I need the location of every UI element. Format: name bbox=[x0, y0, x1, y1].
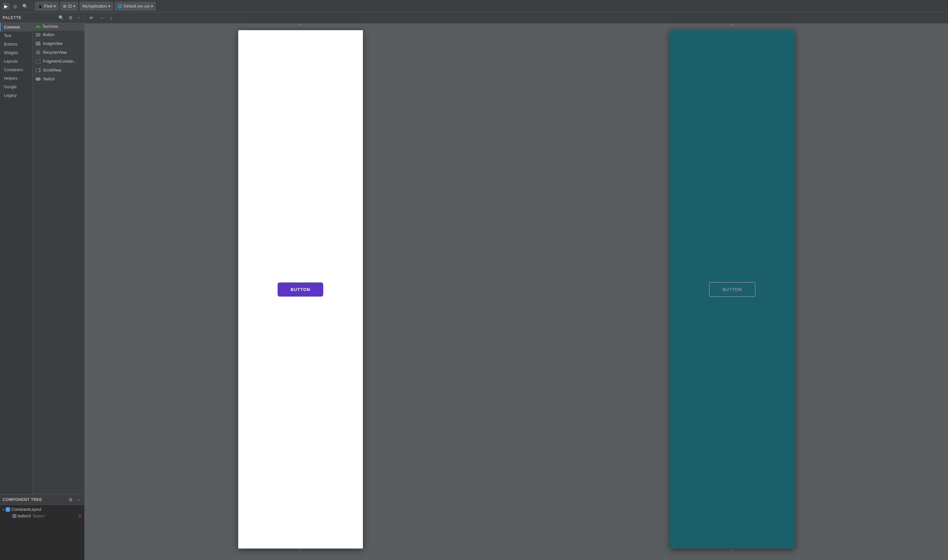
tree-item-label: ConstraintLayout bbox=[11, 507, 42, 512]
dark-phone-pin: ⊥ bbox=[730, 24, 735, 26]
device-chevron-icon: ▾ bbox=[54, 4, 56, 9]
canvas-resize-handle-dark[interactable]: // bbox=[729, 549, 736, 554]
palette-item-label-scrollview: ScrollView bbox=[43, 68, 62, 72]
tree-item-label: button3 bbox=[18, 514, 31, 518]
component-tree-header: Component Tree ⚙ − bbox=[0, 494, 84, 505]
tree-item-button3[interactable]: button3"Button"⚠ bbox=[0, 513, 84, 519]
palette-settings-button[interactable]: ⚙ bbox=[67, 14, 74, 22]
canvas-resize-handle-light[interactable]: // bbox=[297, 549, 304, 554]
dpi-chevron-icon: ▾ bbox=[73, 4, 75, 9]
main-layout: Palette 🔍 ⚙ − CommonTextButtonsWidgetsLa… bbox=[0, 12, 948, 560]
tree-item-constraint[interactable]: ▾CConstraintLayout bbox=[0, 506, 84, 513]
palette-category-legacy[interactable]: Legacy bbox=[0, 91, 32, 100]
light-phone-button[interactable]: BUTTON bbox=[278, 283, 323, 297]
imageview-icon bbox=[35, 41, 41, 46]
constraint-icon: C bbox=[6, 507, 10, 512]
palette-item-switch[interactable]: Switch bbox=[33, 75, 84, 84]
light-phone-pin: ⊥ bbox=[298, 24, 303, 26]
dpi-icon: ⊞ bbox=[63, 4, 66, 9]
zoom-tool-button[interactable]: 🔍 bbox=[21, 3, 29, 10]
palette-item-fragmentcontainer[interactable]: FragmentContain... bbox=[33, 57, 84, 66]
canvas-toolbar: 👁 ↔ ↕ bbox=[85, 12, 948, 24]
palette-category-buttons[interactable]: Buttons bbox=[0, 40, 32, 49]
palette-header-item: Ab TextView bbox=[33, 23, 84, 31]
device-icon: 📱 bbox=[38, 4, 43, 9]
palette-header-item-label: TextView bbox=[42, 24, 58, 29]
component-tree-title: Component Tree bbox=[3, 497, 42, 502]
locale-label: Default (en-us) bbox=[124, 4, 149, 9]
dpi-label: 32 bbox=[68, 4, 72, 9]
tree-item-tag: "Button" bbox=[32, 514, 45, 518]
palette-item-button[interactable]: Button bbox=[33, 31, 84, 39]
dark-phone-area: ⊥ BUTTON // bbox=[517, 24, 948, 560]
switch-icon bbox=[35, 77, 41, 82]
design-canvas: 👁 ↔ ↕ ⊥ BUTTON // ⊥ bbox=[85, 12, 948, 560]
component-tree-minimize-button[interactable]: − bbox=[76, 496, 82, 503]
palette-body: CommonTextButtonsWidgetsLayoutsContainer… bbox=[0, 23, 84, 494]
fragment-icon bbox=[35, 59, 41, 64]
component-tree-tools: ⚙ − bbox=[67, 496, 82, 503]
dark-phone-frame: BUTTON bbox=[670, 30, 795, 549]
palette-category-layouts[interactable]: Layouts bbox=[0, 57, 32, 66]
locale-icon: 🌐 bbox=[117, 4, 122, 9]
component-tree-section: Component Tree ⚙ − ▾CConstraintLayoutbut… bbox=[0, 494, 84, 560]
tree-warning-icon: ⚠ bbox=[78, 514, 82, 518]
pointer-tool-button[interactable]: ◎ bbox=[11, 3, 19, 10]
app-chevron-icon: ▾ bbox=[108, 4, 110, 9]
component-tree-body: ▾CConstraintLayoutbutton3"Button"⚠ bbox=[0, 505, 84, 560]
palette-item-label-switch: Switch bbox=[43, 77, 54, 82]
app-label: MyApplication bbox=[82, 4, 107, 9]
textview-ab-icon: Ab bbox=[35, 24, 41, 29]
palette-search-button[interactable]: 🔍 bbox=[57, 14, 66, 22]
main-toolbar: ▶ ◎ 🔍 📱 Pixel ▾ ⊞ 32 ▾ MyApplication ▾ 🌐… bbox=[0, 0, 948, 12]
recyclerview-icon bbox=[35, 50, 41, 55]
palette-minimize-button[interactable]: − bbox=[76, 14, 82, 22]
palette-item-recyclerview[interactable]: RecyclerView bbox=[33, 48, 84, 57]
device-dropdown[interactable]: 📱 Pixel ▾ bbox=[35, 2, 58, 11]
palette-categories: CommonTextButtonsWidgetsLayoutsContainer… bbox=[0, 23, 33, 494]
canvas-arrow-v-button[interactable]: ↕ bbox=[108, 14, 114, 22]
palette-title: Palette bbox=[3, 15, 22, 20]
app-dropdown[interactable]: MyApplication ▾ bbox=[80, 2, 113, 11]
palette-category-google[interactable]: Google bbox=[0, 83, 32, 91]
palette-category-widgets[interactable]: Widgets bbox=[0, 49, 32, 57]
palette-section: Palette 🔍 ⚙ − CommonTextButtonsWidgetsLa… bbox=[0, 12, 84, 494]
scrollview-icon bbox=[35, 68, 41, 73]
palette-category-common[interactable]: Common bbox=[0, 23, 32, 31]
canvas-body: ⊥ BUTTON // ⊥ BUTTON // bbox=[85, 24, 948, 560]
palette-item-label-recyclerview: RecyclerView bbox=[43, 50, 67, 55]
canvas-arrow-h-button[interactable]: ↔ bbox=[98, 14, 106, 22]
palette-items: Ab TextView ButtonImageViewRecyclerViewF… bbox=[33, 23, 84, 494]
palette-item-imageview[interactable]: ImageView bbox=[33, 39, 84, 48]
dark-phone-button-label: BUTTON bbox=[723, 287, 742, 292]
button-tree-icon bbox=[12, 514, 16, 518]
palette-tools: 🔍 ⚙ − bbox=[57, 14, 82, 22]
canvas-eye-button[interactable]: 👁 bbox=[87, 14, 95, 22]
locale-dropdown[interactable]: 🌐 Default (en-us) ▾ bbox=[115, 2, 155, 11]
dark-phone-button[interactable]: BUTTON bbox=[709, 282, 756, 297]
palette-item-label-fragmentcontainer: FragmentContain... bbox=[43, 59, 77, 64]
palette-category-helpers[interactable]: Helpers bbox=[0, 74, 32, 83]
component-tree-settings-button[interactable]: ⚙ bbox=[67, 496, 74, 503]
tree-arrow: ▾ bbox=[3, 508, 4, 511]
device-label: Pixel bbox=[44, 4, 52, 9]
toolbar-separator-1 bbox=[32, 3, 32, 9]
left-panel: Palette 🔍 ⚙ − CommonTextButtonsWidgetsLa… bbox=[0, 12, 85, 560]
palette-category-text[interactable]: Text bbox=[0, 31, 32, 40]
palette-header: Palette 🔍 ⚙ − bbox=[0, 12, 84, 23]
dpi-dropdown[interactable]: ⊞ 32 ▾ bbox=[60, 2, 78, 11]
palette-item-label-button: Button bbox=[43, 32, 54, 37]
palette-item-label-imageview: ImageView bbox=[43, 42, 62, 46]
palette-category-containers[interactable]: Containers bbox=[0, 66, 32, 74]
select-tool-button[interactable]: ▶ bbox=[3, 3, 9, 10]
light-phone-area: ⊥ BUTTON // bbox=[85, 24, 516, 560]
palette-item-scrollview[interactable]: ScrollView bbox=[33, 66, 84, 75]
light-phone-button-label: BUTTON bbox=[291, 287, 311, 292]
locale-chevron-icon: ▾ bbox=[151, 4, 153, 9]
button-icon bbox=[35, 32, 41, 37]
light-phone-frame: BUTTON bbox=[238, 30, 363, 549]
